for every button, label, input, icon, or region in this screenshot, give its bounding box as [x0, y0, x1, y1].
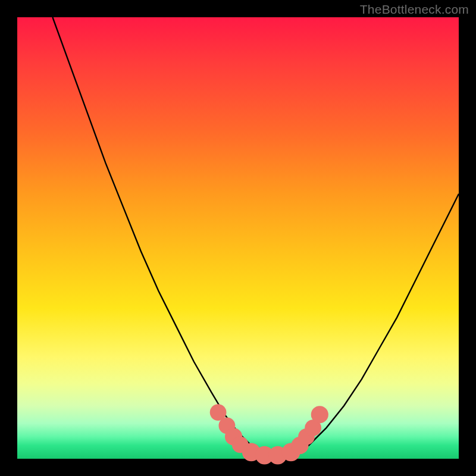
- bottleneck-curve-svg: [17, 17, 459, 459]
- curve-markers: [210, 404, 328, 464]
- bottleneck-curve-path: [52, 17, 459, 456]
- watermark-text: TheBottleneck.com: [360, 2, 469, 17]
- chart-plot-area: [17, 17, 459, 459]
- curve-marker: [311, 406, 328, 423]
